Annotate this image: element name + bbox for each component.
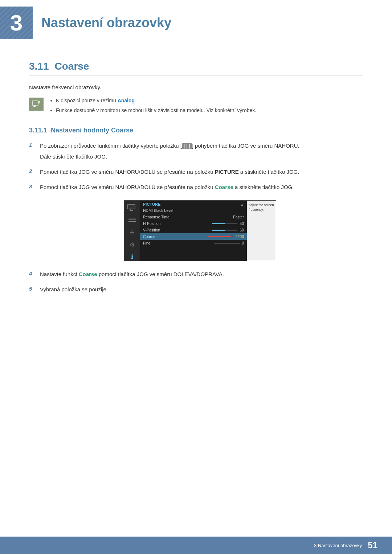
jog-icon: ||| [182,143,192,149]
scr-item-fine-val: 0 [242,241,244,245]
sidebar-lines-icon [127,216,137,224]
footer-text: 3 Nastavení obrazovky [314,543,362,548]
section-title: Coarse [55,61,89,72]
scr-item-fine-bar: 0 [214,241,244,245]
screenshot: ✛ ⚙ ℹ PICTURE ▲ [124,200,276,261]
section-number: 3.11 [29,61,49,72]
step-3: 3 Pomocí tlačítka JOG ve směru NAHORU/DO… [29,183,363,192]
scr-item-coarse-label: Coarse [143,234,155,239]
scr-item-hpos: H-Position 50 [140,220,247,227]
scr-item-hpos-bar: 50 [212,221,244,226]
note-box: i K dispozici pouze v režimu Analog. Fun… [29,97,363,116]
step-5: 5 Vybraná položka se použije. [29,285,363,294]
chapter-number-box: 3 [0,7,33,39]
page-header: 3 Nastavení obrazovky [0,0,392,46]
sidebar-monitor-icon [127,204,137,212]
sidebar-move-icon: ✛ [127,228,137,236]
step-content-2: Pomocí tlačítka JOG ve směru NAHORU/DOLŮ… [40,168,363,176]
note-item-1: K dispozici pouze v režimu Analog. [56,97,256,104]
screenshot-sidebar: ✛ ⚙ ℹ [124,201,140,261]
step-num-5: 5 [29,286,37,292]
step-2: 2 Pomocí tlačítka JOG ve směru NAHORU/DO… [29,168,363,176]
scr-arrow-up: ▲ [240,202,244,206]
main-content: 3.11Coarse Nastavte frekvenci obrazovky.… [0,46,392,329]
step-1-subnote: Dále stiskněte tlačítko JOG. [40,152,363,161]
page-footer: 3 Nastavení obrazovky 51 [0,537,392,554]
picture-label: PICTURE [215,169,239,175]
step-num-1: 1 [29,142,37,148]
chapter-number: 3 [10,12,23,34]
screenshot-help: Adjust the screen frequency. [247,201,276,261]
scr-item-coarse-val: 2200 [236,234,244,239]
scr-item-hpos-val: 50 [240,221,244,226]
subsection-heading: 3.11.1 Nastavení hodnoty Coarse [29,127,363,134]
svg-rect-5 [128,204,135,209]
scr-item-response-val: Faster [233,215,244,219]
subsection-number: 3.11.1 [29,127,47,134]
svg-rect-0 [32,101,38,105]
screenshot-menu: PICTURE ▲ HDMI Black Level Response Time… [140,201,247,261]
scr-item-coarse: Coarse 2200 [140,233,247,240]
coarse-label-step3: Coarse [215,184,233,190]
sidebar-gear-icon: ⚙ [127,241,137,249]
scr-item-hpos-label: H-Position [143,221,160,226]
chapter-title: Nastavení obrazovky [41,15,171,30]
step-4: 4 Nastavte funkci Coarse pomocí tlačítka… [29,270,363,279]
note-item-2: Funkce dostupné v monitoru se mohou liši… [56,107,256,114]
screenshot-wrapper: ✛ ⚙ ℹ PICTURE ▲ [37,200,363,261]
scr-item-hdmi-label: HDMI Black Level [143,208,173,213]
section-heading: 3.11Coarse [29,61,363,75]
step-content-1: Po zobrazení průvodce funkčními tlačítky… [40,141,363,161]
note-icon: i [29,98,44,111]
step-num-2: 2 [29,168,37,174]
step-content-4: Nastavte funkci Coarse pomocí tlačítka J… [40,270,363,279]
analog-label: Analog [118,98,135,103]
steps-list: 1 Po zobrazení průvodce funkčními tlačít… [29,141,363,294]
scr-item-vpos-label: V-Position [143,228,160,232]
screenshot-step: ✛ ⚙ ℹ PICTURE ▲ [29,200,363,261]
screenshot-help-text: Adjust the screen frequency. [249,203,274,212]
scr-picture-label: PICTURE [143,202,160,206]
subsection-title: Nastavení hodnoty Coarse [51,127,133,134]
scr-item-coarse-bar: 2200 [208,234,244,239]
scr-item-fine-label: Fine [143,241,150,245]
scr-item-response-label: Response Time [143,215,170,219]
note-bullets: K dispozici pouze v režimu Analog. Funkc… [49,97,256,116]
footer-page-number: 51 [368,540,377,550]
scr-item-vpos-val: 50 [240,228,244,232]
scr-item-response: Response Time Faster [140,214,247,220]
step-content-5: Vybraná položka se použije. [40,285,363,294]
scr-item-vpos: V-Position 50 [140,227,247,233]
step-num-4: 4 [29,270,37,276]
step-content-3: Pomocí tlačítka JOG ve směru NAHORU/DOLŮ… [40,183,363,192]
step-1: 1 Po zobrazení průvodce funkčními tlačít… [29,141,363,161]
coarse-label-step4: Coarse [79,271,97,277]
scr-menu-header: PICTURE ▲ [140,201,247,207]
step-num-3: 3 [29,183,37,189]
intro-text: Nastavte frekvenci obrazovky. [29,84,363,90]
scr-item-fine: Fine 0 [140,240,247,246]
scr-item-vpos-bar: 50 [212,228,244,232]
scr-item-hdmi: HDMI Black Level [140,207,247,214]
sidebar-info-icon: ℹ [127,253,137,261]
